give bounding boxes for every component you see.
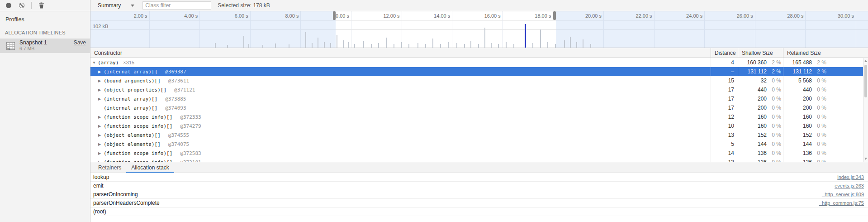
distance-value: 17 bbox=[711, 103, 738, 112]
scrollbar-thumb[interactable] bbox=[864, 65, 867, 97]
table-row[interactable]: ▶ (function scope info)[] @373181 13 136… bbox=[90, 158, 868, 162]
expand-arrow-icon[interactable]: ▶ bbox=[98, 70, 104, 74]
table-row[interactable]: ▼ (array) ×315 4 160 360 2 % 165 488 2 % bbox=[90, 58, 868, 67]
expand-arrow-icon[interactable]: ▼ bbox=[92, 61, 98, 65]
allocation-bar[interactable] bbox=[590, 44, 591, 48]
delete-profile-button[interactable] bbox=[38, 2, 45, 9]
perspective-select[interactable]: Summary bbox=[96, 1, 136, 10]
allocation-bar[interactable] bbox=[564, 40, 565, 48]
allocation-bar[interactable] bbox=[417, 43, 418, 48]
stack-frame-source-link[interactable]: index.js:343 bbox=[837, 174, 864, 180]
table-row[interactable]: ▶ (function scope info)[] @372333 12 160… bbox=[90, 112, 868, 121]
window-handle-right[interactable] bbox=[553, 11, 556, 20]
chevron-down-icon bbox=[131, 5, 134, 7]
expand-arrow-icon[interactable]: ▶ bbox=[98, 97, 104, 101]
allocation-bar[interactable] bbox=[248, 44, 249, 48]
sidebar-item-snapshot-1[interactable]: % Snapshot 1 Save 6.7 MB bbox=[0, 39, 90, 53]
expand-arrow-icon[interactable]: ▶ bbox=[98, 88, 104, 92]
constructor-name: (array) bbox=[98, 60, 119, 66]
allocation-bar[interactable] bbox=[540, 29, 541, 48]
table-row[interactable]: ▶ (internal array)[] @369387 – 131 112 2… bbox=[90, 67, 868, 76]
window-handle-left[interactable] bbox=[333, 11, 336, 20]
selected-allocation-bar[interactable] bbox=[525, 24, 526, 48]
expand-arrow-icon[interactable]: ▶ bbox=[98, 151, 104, 155]
column-header-distance[interactable]: Distance bbox=[711, 48, 738, 58]
allocation-bar[interactable] bbox=[394, 44, 394, 48]
allocation-bar[interactable] bbox=[513, 44, 514, 48]
table-row[interactable]: ▶ (function scope info)[] @372583 14 136… bbox=[90, 149, 868, 158]
column-header-constructor[interactable]: Constructor bbox=[90, 48, 711, 58]
allocation-bar[interactable] bbox=[506, 42, 507, 48]
allocation-bar[interactable] bbox=[570, 37, 571, 48]
allocation-bar[interactable] bbox=[555, 44, 556, 48]
stack-frame-source-link[interactable]: _http_server.js:809 bbox=[822, 192, 864, 197]
scroll-up-icon[interactable] bbox=[864, 60, 867, 62]
allocation-bar[interactable] bbox=[348, 42, 349, 48]
table-row[interactable]: (internal array)[] @374093 17 200 0 % 20… bbox=[90, 103, 868, 112]
allocation-bar[interactable] bbox=[401, 42, 402, 48]
allocation-bar[interactable] bbox=[547, 42, 548, 48]
allocation-bar[interactable] bbox=[343, 40, 344, 48]
overview-timeline[interactable]: 102 kB 2.00 s4.00 s6.00 s8.00 s10.00 s12… bbox=[90, 11, 868, 48]
allocation-bar[interactable] bbox=[215, 43, 216, 48]
column-header-retained-size[interactable]: Retained Size bbox=[783, 48, 868, 58]
allocation-bar[interactable] bbox=[305, 32, 306, 48]
clear-all-button[interactable] bbox=[18, 2, 25, 9]
expand-arrow-icon[interactable]: ▶ bbox=[98, 142, 104, 146]
allocation-bar[interactable] bbox=[484, 28, 485, 48]
allocation-bar[interactable] bbox=[408, 44, 409, 48]
allocation-bar[interactable] bbox=[478, 44, 479, 48]
allocation-bar[interactable] bbox=[363, 41, 364, 48]
allocation-bar[interactable] bbox=[491, 43, 492, 48]
record-button[interactable] bbox=[5, 2, 12, 9]
table-row[interactable]: ▶ (object elements)[] @374555 13 152 0 %… bbox=[90, 130, 868, 140]
table-row[interactable]: ▶ (object elements)[] @374075 5 144 0 % … bbox=[90, 140, 868, 149]
allocation-bar[interactable] bbox=[583, 39, 583, 48]
allocation-bar[interactable] bbox=[243, 36, 244, 48]
constructor-name: (function scope info)[] bbox=[104, 150, 172, 156]
allocation-bar[interactable] bbox=[432, 39, 433, 48]
tab-retainers[interactable]: Retainers bbox=[93, 162, 126, 173]
allocation-bar[interactable] bbox=[464, 44, 465, 48]
snapshot-save-link[interactable]: Save bbox=[74, 40, 86, 46]
allocation-bar[interactable] bbox=[448, 42, 449, 48]
allocation-bar[interactable] bbox=[470, 41, 471, 48]
allocation-bar[interactable] bbox=[576, 42, 577, 48]
expand-arrow-icon[interactable]: ▶ bbox=[98, 133, 104, 137]
allocation-bar[interactable] bbox=[318, 38, 318, 48]
allocation-bar[interactable] bbox=[498, 44, 499, 48]
instance-count: ×315 bbox=[123, 60, 134, 65]
allocation-bar[interactable] bbox=[371, 44, 372, 48]
allocation-bar[interactable] bbox=[440, 44, 441, 48]
allocation-bar[interactable] bbox=[312, 43, 313, 48]
allocation-bar[interactable] bbox=[354, 44, 355, 48]
stack-frame-source-link[interactable]: events.js:263 bbox=[835, 183, 864, 188]
stack-frame-source-link[interactable]: _http_common.js:75 bbox=[819, 200, 864, 206]
allocation-bar[interactable] bbox=[425, 44, 426, 48]
scroll-down-icon[interactable] bbox=[864, 158, 867, 160]
table-row[interactable]: ▶ (internal array)[] @373885 17 200 0 % … bbox=[90, 94, 868, 103]
allocation-bar[interactable] bbox=[337, 35, 337, 48]
object-id: @374075 bbox=[168, 141, 189, 147]
allocation-bar[interactable] bbox=[330, 43, 331, 48]
allocation-bar[interactable] bbox=[532, 43, 533, 48]
tab-allocation-stack[interactable]: Allocation stack bbox=[126, 162, 174, 173]
column-header-shallow-size[interactable]: Shallow Size bbox=[738, 48, 783, 58]
timeline-tick-label: 22.00 s bbox=[621, 13, 652, 19]
expand-arrow-icon[interactable]: ▶ bbox=[98, 79, 104, 83]
allocation-bar[interactable] bbox=[227, 45, 228, 48]
allocation-bar[interactable] bbox=[262, 45, 263, 48]
allocation-bar[interactable] bbox=[456, 43, 457, 48]
class-filter-input[interactable] bbox=[142, 1, 211, 10]
table-row[interactable]: ▶ (function scope info)[] @374279 10 160… bbox=[90, 121, 868, 130]
table-row[interactable]: ▶ (object properties)[] @371121 17 440 0… bbox=[90, 85, 868, 94]
allocation-bar[interactable] bbox=[386, 38, 387, 48]
table-row[interactable]: ▶ (bound arguments)[] @373611 15 32 0 % … bbox=[90, 76, 868, 85]
allocation-bar[interactable] bbox=[324, 42, 325, 48]
grid-scrollbar[interactable] bbox=[863, 58, 868, 162]
allocation-bar[interactable] bbox=[378, 43, 379, 48]
allocation-bar[interactable] bbox=[275, 43, 276, 48]
expand-arrow-icon[interactable]: ▶ bbox=[98, 115, 104, 119]
allocation-bar[interactable] bbox=[289, 44, 289, 48]
expand-arrow-icon[interactable]: ▶ bbox=[98, 124, 104, 128]
